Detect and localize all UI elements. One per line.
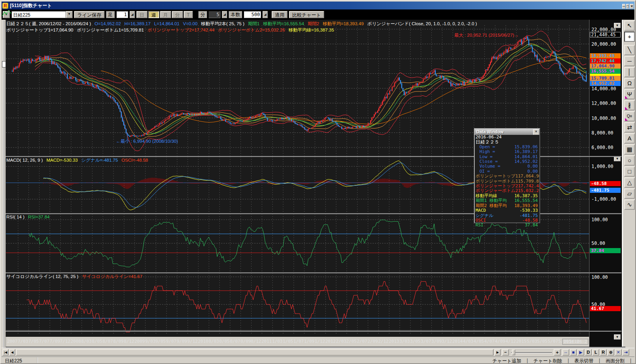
l-button[interactable]: L (592, 349, 599, 356)
symbol-combobox-value[interactable]: 日経225 (11, 11, 66, 18)
gann-line-tool[interactable]: ∦ (624, 100, 635, 110)
axis-label: 50.00 (591, 241, 605, 246)
text-tool[interactable]: A (624, 133, 635, 144)
time-tick-label: 0/03 (209, 339, 219, 344)
time-tick-label: 4/09 (495, 339, 505, 344)
time-tick-label: 2/07 (357, 339, 367, 344)
grid-tool[interactable]: ▦ (624, 144, 635, 155)
minute-spinner[interactable]: ◢ (222, 11, 227, 18)
ellipse-tool[interactable]: ○ (624, 155, 635, 166)
period-button-月[interactable]: 月 (160, 11, 171, 18)
bar-interval-spinner[interactable]: ◢ (130, 11, 135, 18)
status-menu-item[interactable]: チャート追加 (487, 357, 527, 364)
crosshair-tool[interactable]: + (624, 32, 635, 42)
maximize-button[interactable]: □ (626, 4, 629, 9)
compare-chart-button[interactable]: 比較チャート (289, 11, 324, 18)
pane-divider[interactable] (6, 272, 621, 273)
scroll-to-start-button[interactable]: |◀ (2, 349, 9, 356)
vertical-line-tool[interactable]: │ (624, 67, 635, 77)
data-window-titlebar[interactable]: Data Window ✕ (475, 129, 539, 135)
time-tick-label: 4/03 (463, 339, 474, 344)
bar-count-input[interactable] (244, 11, 261, 18)
dw-row-value: 14,864.01 (514, 155, 539, 159)
bar-interval-input[interactable] (116, 11, 128, 18)
time-tick-label: 1/05 (283, 339, 293, 344)
header-segment: サイコロジカルライン=41.67 (82, 274, 142, 279)
period-button-分[interactable]: 分 (172, 11, 183, 18)
scroll-left-button[interactable]: ◀ (9, 349, 15, 356)
pointer-tool[interactable]: ↖ (624, 21, 635, 31)
bar-count-label: 本数 (229, 11, 242, 18)
pane-collapse-button[interactable]: ▼ (614, 334, 621, 340)
save-lines-button[interactable]: ライン保存 (74, 11, 104, 18)
r-button[interactable]: R (600, 349, 607, 356)
play-button[interactable]: ▶ (577, 349, 584, 356)
line-chart-icon (2, 9, 12, 17)
alert-bell-tool[interactable]: Ω (624, 78, 635, 88)
data-window-row: RSI37.84 (475, 223, 539, 228)
dw-row-value: 16,389.17 (514, 149, 539, 154)
symbol-combobox-arrow-icon[interactable]: ▼ (66, 11, 73, 18)
period-button-日[interactable]: 日 (136, 11, 147, 18)
pane-collapse-button[interactable]: ▼ (614, 23, 621, 28)
minute-input[interactable] (209, 11, 220, 18)
header-segment: RSI( 14 ) (6, 215, 24, 219)
minute-label: 分 (198, 11, 207, 18)
dw-row-label: MACD (476, 208, 486, 213)
zoom-out-button[interactable]: − (502, 349, 509, 356)
header-segment: OSCI=-48.58 (121, 158, 148, 162)
close-chart-button[interactable]: ✕ (615, 349, 622, 356)
time-tick-label: 4/07 (484, 339, 495, 344)
title-bar[interactable]: R [5110]指数チャート ─□✕ (2, 2, 634, 9)
data-window-row: ボリンジャートップ217,742.44 (475, 184, 539, 189)
data-window[interactable]: Data Window ✕ 2016-06-24 日経２２５ Open =15,… (474, 128, 540, 223)
time-tick-label: 2014 (452, 339, 463, 344)
triangle-tool[interactable]: △ (624, 177, 635, 188)
symbol-combobox[interactable]: 日経225 ▼ (11, 11, 73, 18)
scrollbar-thumb[interactable] (16, 349, 494, 356)
minimize-button[interactable]: ─ (622, 4, 625, 9)
data-window-row: Low =14,864.01 (475, 155, 539, 159)
stop-button[interactable]: ■ (570, 349, 577, 356)
header-segment: MACD=-530.33 (47, 158, 78, 162)
header-segment: ボリンジャーバンド( Close, 20, 1.0, -1.0, 0, 2.0,… (367, 21, 477, 26)
data-window-row: High =16,389.17 (475, 149, 539, 154)
wave-tool[interactable]: ∿ (624, 200, 635, 210)
pitchfork-tool[interactable]: Ψ (624, 89, 635, 99)
period-button-週[interactable]: 週 (148, 11, 159, 18)
header-segment: 期間1 (248, 21, 259, 26)
cycle-lines-tool[interactable]: ⇄ (624, 122, 635, 133)
data-window-close-icon[interactable]: ✕ (533, 129, 539, 135)
pan-mode-button[interactable]: ⇔ (562, 349, 569, 356)
apply-button[interactable]: 適用 (272, 11, 287, 18)
zoom-slider-thumb[interactable] (512, 349, 515, 355)
status-menu-item[interactable]: チャート削除 (528, 357, 568, 364)
time-tick-label: 5/07 (548, 339, 558, 344)
status-bar: 日経225 チャート追加|チャート削除|表示切替|画面分割| (2, 357, 634, 364)
d-button[interactable]: D (585, 349, 592, 356)
pane-divider[interactable] (6, 330, 621, 332)
eraser-tool[interactable]: ▱ (624, 189, 635, 199)
data-window-rows: Open =15,839.06High =16,389.17Low =14,86… (475, 145, 539, 228)
zoom-slider[interactable] (511, 352, 552, 353)
rectangle-tool[interactable]: □ (624, 166, 635, 177)
trendline-tool[interactable]: ╲ (624, 45, 635, 55)
gann-line-tool-icon: ∦ (628, 102, 631, 108)
time-tick-label: 3/05 (410, 339, 421, 344)
data-window-row: シグナル-481.75 (475, 213, 539, 218)
time-tick-label: 9/05 (155, 339, 166, 344)
period-button-T[interactable]: T (184, 11, 193, 18)
bar-count-spinner[interactable]: ◢ (263, 11, 268, 18)
status-menu-item[interactable]: 画面分割 (600, 357, 630, 364)
zoom-in-button[interactable]: ＋ (554, 349, 561, 356)
close-button[interactable]: ✕ (630, 4, 634, 9)
time-tick-label: 8/07 (103, 339, 113, 344)
horizontal-line-tool[interactable]: ─ (624, 56, 635, 66)
status-menu-item[interactable]: 表示切替 (569, 357, 599, 364)
zoom-button[interactable]: ⊕ (607, 349, 614, 356)
dw-row-label: 期間1 移動平均 (476, 198, 507, 203)
latest-bar-button[interactable]: ⇥ (622, 349, 629, 356)
grid-tool-icon: ▦ (627, 146, 632, 153)
scroll-right-button[interactable]: ▶ (494, 349, 501, 356)
quote-info-tool[interactable]: Q≡ (624, 111, 635, 121)
